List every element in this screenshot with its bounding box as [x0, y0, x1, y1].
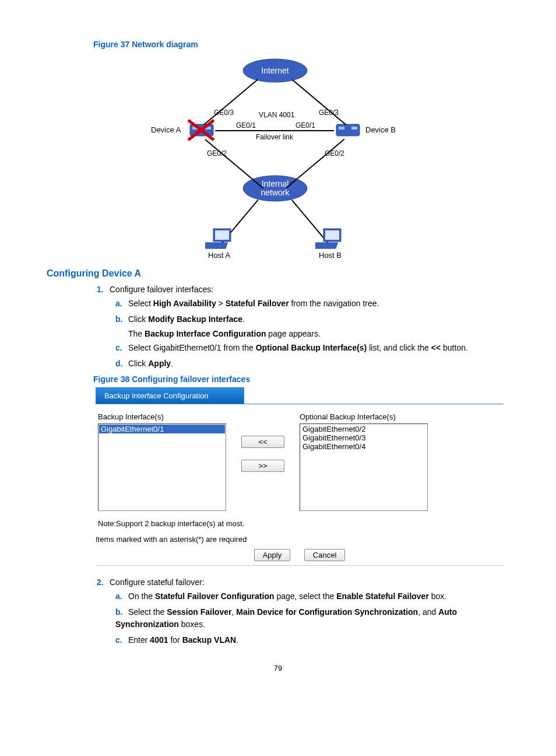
- svg-rect-12: [205, 243, 228, 249]
- optional-interfaces-column: Optional Backup Interface(s) GigabitEthe…: [300, 412, 428, 511]
- step-1: 1.Configure failover interfaces:: [97, 285, 509, 294]
- panel-title: Backup Interface Configuration: [96, 387, 244, 404]
- svg-rect-9: [351, 127, 357, 130]
- internal-label: Internalnetwork: [261, 180, 289, 197]
- device-a-label: Device A: [151, 125, 181, 134]
- ge03-left: GE0/3: [214, 108, 234, 117]
- step-2c: c.Enter 4001 for Backup VLAN.: [115, 634, 509, 646]
- vlan-label: VLAN 4001: [259, 111, 294, 119]
- step-2a: a.On the Stateful Failover Configuration…: [115, 590, 509, 603]
- step-1a: a.Select High Availability > Stateful Fa…: [115, 298, 509, 310]
- svg-rect-15: [315, 243, 338, 249]
- device-b-icon: [334, 121, 362, 141]
- internet-label: Internet: [261, 66, 288, 75]
- page-number: 79: [47, 664, 509, 673]
- host-a-label: Host A: [208, 251, 230, 260]
- host-a-icon: [205, 228, 235, 251]
- move-buttons: << >>: [241, 436, 284, 472]
- list-item[interactable]: GigabitEthernet0/4: [301, 442, 427, 451]
- step-1b: b.Click Modify Backup Interface.: [115, 313, 509, 326]
- backup-interfaces-column: Backup Interface(s) GigabitEthernet0/1: [98, 412, 226, 511]
- list-item[interactable]: GigabitEthernet0/3: [301, 433, 427, 442]
- svg-rect-11: [215, 230, 229, 240]
- cancel-button[interactable]: Cancel: [304, 549, 345, 561]
- failover-label: Failover link: [256, 133, 293, 141]
- required-note: Items marked with an asterisk(*) are req…: [96, 535, 504, 544]
- step-1c: c.Select GigabitEthernet0/1 from the Opt…: [115, 342, 509, 354]
- step-2b: b.Select the Session Failover, Main Devi…: [115, 606, 509, 631]
- svg-rect-8: [339, 127, 344, 130]
- apply-button[interactable]: Apply: [254, 549, 291, 561]
- backup-interface-panel: Backup Interface Configuration Backup In…: [96, 387, 504, 566]
- list-item[interactable]: GigabitEthernet0/1: [99, 425, 225, 433]
- step-2: 2.Configure stateful failover:: [97, 578, 509, 587]
- move-left-button[interactable]: <<: [241, 436, 284, 448]
- ge02-left: GE0/2: [207, 149, 227, 158]
- backup-interfaces-listbox[interactable]: GigabitEthernet0/1: [98, 424, 226, 511]
- ge02-right: GE0/2: [325, 149, 344, 158]
- step-1b-note: The Backup Interface Configuration page …: [128, 329, 509, 338]
- network-diagram: Internet Internalnetwork Device A Device…: [92, 52, 464, 257]
- ge01-left: GE0/1: [236, 121, 256, 130]
- red-x-icon: [185, 117, 217, 144]
- ge03-right: GE0/3: [319, 108, 339, 117]
- move-right-button[interactable]: >>: [241, 460, 284, 472]
- section-configuring-device-a: Configuring Device A: [47, 268, 509, 279]
- panel-note: Note:Support 2 backup interface(s) at mo…: [98, 519, 504, 528]
- device-b-label: Device B: [365, 125, 396, 134]
- internet-cloud: Internet: [240, 57, 310, 84]
- figure-38-caption: Figure 38 Configuring failover interface…: [93, 374, 509, 384]
- list-item[interactable]: GigabitEthernet0/2: [301, 425, 427, 433]
- host-b-label: Host B: [319, 251, 342, 260]
- step-1d: d.Click Apply.: [115, 358, 509, 370]
- backup-interfaces-label: Backup Interface(s): [98, 412, 226, 421]
- svg-rect-7: [336, 124, 360, 136]
- host-b-icon: [315, 228, 346, 251]
- svg-rect-14: [325, 230, 339, 240]
- ge01-right: GE0/1: [295, 121, 315, 130]
- optional-interfaces-label: Optional Backup Interface(s): [300, 412, 428, 421]
- figure-37-caption: Figure 37 Network diagram: [93, 40, 509, 49]
- optional-interfaces-listbox[interactable]: GigabitEthernet0/2 GigabitEthernet0/3 Gi…: [300, 424, 428, 511]
